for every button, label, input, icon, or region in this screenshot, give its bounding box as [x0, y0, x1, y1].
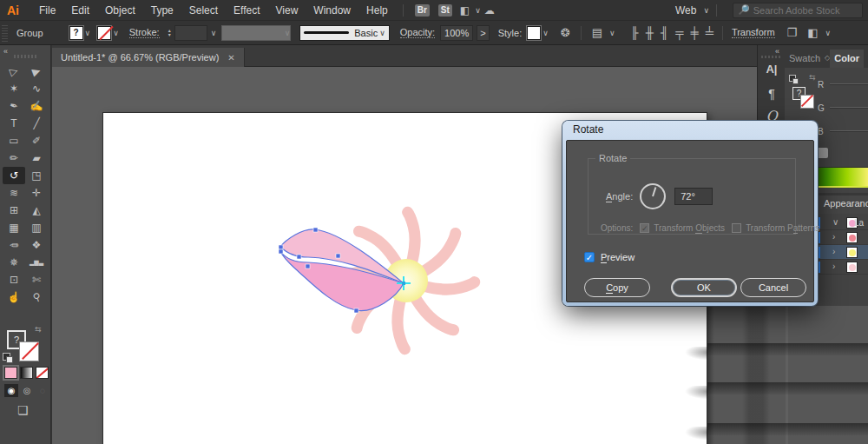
style-swatch[interactable]	[527, 26, 541, 40]
layer-thumbnail[interactable]	[846, 247, 858, 258]
angle-input[interactable]	[674, 188, 713, 205]
cancel-button[interactable]: Cancel	[740, 278, 806, 297]
angle-dial[interactable]	[640, 183, 666, 209]
collapse-panel-icon[interactable]: «	[775, 47, 779, 56]
width-tool[interactable]: ≋	[3, 184, 25, 202]
pen-tool[interactable]: ✒	[3, 97, 25, 115]
magic-wand-tool[interactable]: ✶	[3, 80, 25, 97]
chevron-down-icon[interactable]: ∨	[825, 29, 832, 37]
layer-row[interactable]: ∨ La	[814, 215, 868, 230]
mesh-tool[interactable]: ▦	[3, 219, 25, 236]
expand-chevron-icon[interactable]: ›	[832, 247, 835, 256]
menu-item[interactable]: Effect	[226, 0, 267, 21]
symbol-sprayer-tool[interactable]: ✵	[3, 254, 25, 271]
zoom-tool[interactable]: ⚲	[25, 288, 48, 306]
stock-button[interactable]: St	[438, 4, 452, 17]
type-tool[interactable]: T	[3, 115, 25, 132]
rectangle-tool[interactable]: ▭	[3, 132, 25, 149]
swap-fill-stroke-icon[interactable]: ⇆	[809, 73, 816, 82]
draw-normal-mode-icon[interactable]: ◉	[4, 384, 18, 397]
menu-item[interactable]: View	[268, 0, 306, 21]
puppet-warp-tool[interactable]: ✛	[25, 184, 48, 202]
menu-item[interactable]: Help	[358, 0, 396, 21]
character-panel-icon[interactable]: A|	[758, 63, 786, 76]
panel-grip[interactable]	[2, 24, 8, 42]
align-top-icon[interactable]: ╤	[675, 26, 683, 39]
channel-slider[interactable]: R	[818, 80, 868, 89]
line-segment-tool[interactable]: ╱	[25, 115, 48, 132]
document-tab[interactable]: Untitled-1* @ 66.67% (RGB/Preview) ✕	[52, 48, 245, 67]
swap-fill-stroke-icon[interactable]: ⇆	[35, 325, 42, 334]
screen-mode-icon[interactable]: ❏	[17, 403, 29, 417]
bridge-button[interactable]: Br	[415, 4, 430, 17]
slice-tool[interactable]: ✄	[25, 271, 48, 288]
panel-grip[interactable]	[761, 56, 780, 58]
tab-appearance[interactable]: Appearance	[819, 195, 868, 214]
default-fill-stroke-icon[interactable]	[789, 75, 796, 82]
channel-slider[interactable]: G	[818, 103, 868, 112]
stroke-weight-field[interactable]	[174, 25, 207, 41]
align-middle-icon[interactable]: ╪	[690, 26, 698, 39]
opacity-expander[interactable]: >	[477, 25, 489, 41]
share-icon[interactable]: ☁	[484, 4, 495, 17]
none-mode-button[interactable]	[36, 367, 49, 379]
direct-selection-tool[interactable]: ▶	[25, 63, 48, 80]
opacity-label[interactable]: Opacity:	[400, 27, 435, 38]
close-icon[interactable]: ✕	[227, 53, 234, 63]
menu-item[interactable]: File	[31, 0, 63, 21]
slider-track[interactable]	[830, 130, 868, 132]
search-box[interactable]: 🔎	[733, 3, 863, 18]
expand-chevron-icon[interactable]: ∨	[832, 217, 838, 227]
gradient-mode-button[interactable]	[20, 367, 33, 379]
tab-color-guide[interactable]: Co	[864, 50, 868, 68]
chevron-down-icon[interactable]: ∨	[703, 6, 709, 15]
default-fill-stroke-icon[interactable]	[3, 353, 10, 361]
menu-item[interactable]: Type	[143, 0, 181, 21]
menu-item[interactable]: Window	[306, 0, 358, 21]
slider-track[interactable]	[830, 107, 868, 109]
artboard-tool[interactable]: ⊡	[3, 271, 25, 288]
chevron-down-icon[interactable]: ∨	[475, 6, 481, 15]
workspace-switcher[interactable]: Web	[675, 4, 696, 17]
color-mode-button[interactable]	[4, 367, 17, 379]
lasso-tool[interactable]: ∿	[25, 80, 48, 97]
align-left-icon[interactable]: ╟	[631, 26, 639, 39]
rotate-tool[interactable]: ↺	[3, 167, 25, 184]
chevron-down-icon[interactable]: ∨	[609, 29, 615, 37]
copy-button[interactable]: Copy	[584, 278, 650, 297]
document-setup-icon[interactable]: ▤	[592, 26, 602, 39]
layer-row[interactable]: ›	[814, 260, 868, 275]
preview-checkbox[interactable]: ✓	[584, 252, 595, 262]
slider-track[interactable]	[830, 83, 868, 85]
stroke-swatch[interactable]	[97, 26, 111, 40]
stroke-color-indicator[interactable]	[20, 342, 38, 361]
draw-behind-mode-icon[interactable]: ◎	[20, 384, 34, 397]
column-graph-tool[interactable]: ▂▆▃	[25, 254, 48, 271]
stroke-color-indicator[interactable]	[801, 96, 813, 108]
expand-chevron-icon[interactable]: ›	[832, 262, 835, 271]
paragraph-panel-icon[interactable]: ¶	[758, 87, 786, 101]
stroke-weight-label[interactable]: Stroke:	[129, 27, 160, 38]
layer-row[interactable]: ›	[814, 245, 868, 260]
shape-builder-tool[interactable]: ⊞	[3, 202, 25, 219]
gradient-tool[interactable]: ▥	[25, 219, 48, 236]
curvature-tool[interactable]: ✍	[25, 97, 48, 115]
layout-icon[interactable]: ◧	[460, 4, 470, 17]
perspective-grid-tool[interactable]: ◭	[25, 202, 48, 219]
brush-definition-dropdown[interactable]: Basic ∨	[299, 25, 390, 41]
channel-slider[interactable]: B	[818, 127, 868, 136]
search-input[interactable]	[753, 5, 858, 16]
shape-mode-icon[interactable]: ❐	[787, 26, 798, 39]
menu-item[interactable]: Edit	[63, 0, 97, 21]
opacity-value[interactable]: 100%	[440, 25, 473, 41]
shaper-tool[interactable]: ✏	[3, 149, 25, 167]
stroke-stepper[interactable]: ▴▾	[168, 29, 171, 37]
ok-button[interactable]: OK	[671, 278, 737, 297]
scale-tool[interactable]: ◳	[25, 167, 48, 184]
fill-swatch[interactable]: ?	[69, 26, 83, 40]
chevron-down-icon[interactable]: ∨	[113, 29, 119, 37]
paintbrush-tool[interactable]: ✐	[25, 132, 48, 149]
chevron-down-icon[interactable]: ∨	[85, 29, 91, 37]
chevron-down-icon[interactable]: ∨	[211, 29, 217, 37]
recolor-artwork-icon[interactable]: ❂	[561, 26, 570, 39]
